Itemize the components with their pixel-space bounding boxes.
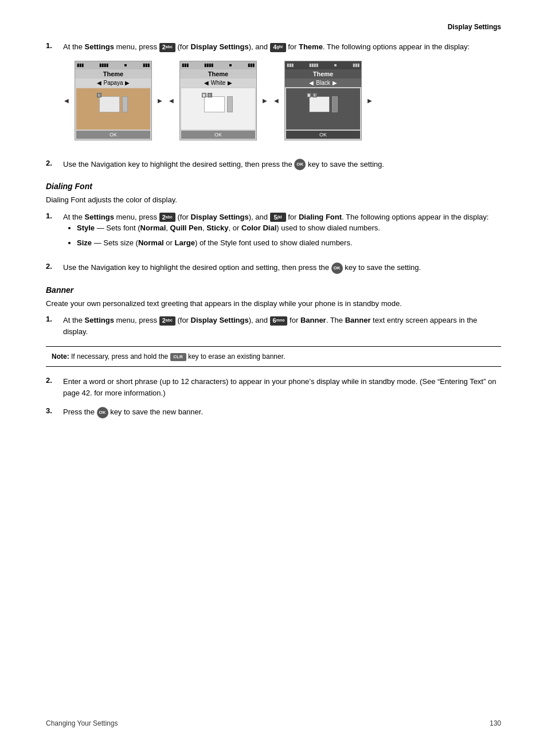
page-header: Display Settings — [46, 23, 501, 31]
note-box: Note: If necessary, press and hold the C… — [46, 346, 501, 367]
theme-step-1: 1. At the Settings menu, press 2abc (for… — [46, 41, 501, 151]
dialing-step-1: 1. At the Settings menu, press 2abc (for… — [46, 211, 501, 254]
dialing-font-section: Dialing Font Dialing Font adjusts the co… — [46, 182, 501, 274]
dialing-font-bullets: Style — Sets font (Normal, Quill Pen, St… — [63, 222, 501, 248]
bullet-style: Style — Sets font (Normal, Quill Pen, St… — [77, 222, 501, 234]
ok-circle-1: OK — [294, 159, 306, 170]
banner-section: Banner Create your own personalized text… — [46, 285, 501, 418]
banner-heading: Banner — [46, 285, 501, 295]
theme-phone-screens: ◀ ▮▮▮ ▮▮▮▮ ■ ▮▮▮ Theme ◀ Papaya ▶ — [63, 61, 501, 140]
settings-bold: Settings — [85, 42, 114, 51]
key-2abc: 2abc — [159, 43, 175, 52]
display-settings-bold: Display Settings — [191, 42, 249, 51]
key-2abc-banner: 2abc — [159, 316, 175, 326]
ok-circle-3: OK — [97, 407, 108, 418]
footer-right: 130 — [490, 719, 501, 727]
dialing-step-2: 2. Use the Navigation key to highlight t… — [46, 262, 501, 274]
bullet-size: Size — Sets size (Normal or Large) of th… — [77, 237, 501, 249]
step-number-2: 2. — [46, 159, 57, 171]
theme-bold: Theme — [299, 42, 323, 51]
clr-key-icon: CLR — [170, 353, 186, 361]
banner-intro: Create your own personalized text greeti… — [46, 298, 501, 310]
footer-left: Changing Your Settings — [46, 719, 118, 727]
nav-arrow-right-1: ▶ — [157, 97, 163, 104]
banner-step-2: 2. Enter a word or short phrase (up to 1… — [46, 376, 501, 398]
phone-screen-papaya: ▮▮▮ ▮▮▮▮ ■ ▮▮▮ Theme ◀ Papaya ▶ — [75, 61, 152, 140]
note-label: Note: — [52, 352, 69, 361]
page-footer: Changing Your Settings 130 — [46, 719, 501, 727]
banner-step-3: 3. Press the OK key to save the new bann… — [46, 406, 501, 418]
phone-screen-black: ▮▮▮ ▮▮▮▮ ■ ▮▮▮ Theme ◀ Black ▶ — [284, 61, 362, 140]
dialing-font-intro: Dialing Font adjusts the color of displa… — [46, 194, 501, 206]
key-6mno-banner: 6mno — [270, 316, 288, 326]
ok-circle-2: OK — [331, 263, 343, 274]
theme-step-2: 2. Use the Navigation key to highlight t… — [46, 159, 501, 171]
phone-screen-white: ▮▮▮ ▮▮▮▮ ■ ▮▮▮ Theme ◀ White ▶ — [179, 61, 257, 140]
nav-arrow-right-2: ▶ — [261, 97, 268, 104]
step-number: 1. — [46, 41, 57, 151]
key-4ghi: 4ghi — [270, 43, 286, 52]
nav-arrow-left-3: ◀ — [273, 97, 280, 104]
nav-arrow-left-2: ◀ — [168, 97, 175, 104]
key-5jkl-df: 5jkl — [270, 213, 286, 222]
dialing-font-heading: Dialing Font — [46, 182, 501, 191]
banner-step-1: 1. At the Settings menu, press 2abc (for… — [46, 315, 501, 337]
nav-arrow-right-3: ▶ — [366, 97, 373, 104]
nav-arrow-left-1: ◀ — [63, 97, 70, 104]
key-2abc-df: 2abc — [159, 213, 175, 222]
